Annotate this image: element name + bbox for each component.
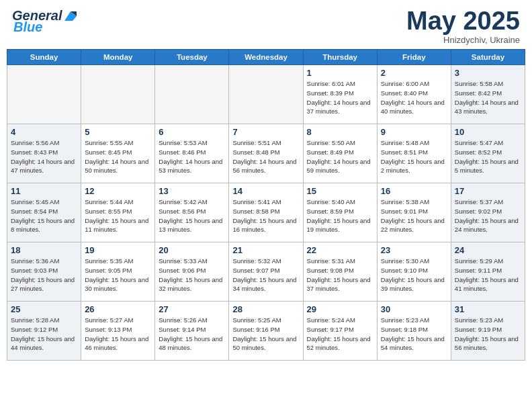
day-cell: 26Sunrise: 5:27 AMSunset: 9:13 PMDayligh… (81, 302, 155, 361)
day-cell: 10Sunrise: 5:47 AMSunset: 8:52 PMDayligh… (451, 124, 525, 183)
day-number: 27 (159, 304, 225, 314)
day-number: 30 (381, 304, 447, 314)
day-cell: 25Sunrise: 5:28 AMSunset: 9:12 PMDayligh… (7, 302, 81, 361)
day-info: Sunrise: 5:25 AMSunset: 9:16 PMDaylight:… (232, 316, 299, 353)
day-info: Sunrise: 5:45 AMSunset: 8:54 PMDaylight:… (11, 197, 77, 234)
day-info: Sunrise: 5:58 AMSunset: 8:42 PMDaylight:… (455, 79, 521, 116)
day-number: 8 (307, 127, 373, 137)
day-cell: 3Sunrise: 5:58 AMSunset: 8:42 PMDaylight… (451, 65, 525, 124)
day-number: 12 (85, 186, 151, 196)
day-number: 10 (455, 127, 521, 137)
day-number: 5 (85, 127, 151, 137)
day-info: Sunrise: 5:42 AMSunset: 8:56 PMDaylight:… (159, 197, 225, 234)
day-info: Sunrise: 5:37 AMSunset: 9:02 PMDaylight:… (455, 197, 521, 234)
day-cell: 15Sunrise: 5:40 AMSunset: 8:59 PMDayligh… (303, 183, 377, 242)
day-number: 26 (85, 304, 151, 314)
day-number: 31 (455, 304, 521, 314)
calendar-table: Sunday Monday Tuesday Wednesday Thursday… (7, 49, 525, 361)
day-number: 16 (381, 186, 447, 196)
day-info: Sunrise: 5:48 AMSunset: 8:51 PMDaylight:… (381, 138, 447, 175)
day-cell: 28Sunrise: 5:25 AMSunset: 9:16 PMDayligh… (229, 302, 303, 361)
location: Hnizdychiv, Ukraine (406, 35, 520, 45)
day-cell: 20Sunrise: 5:33 AMSunset: 9:06 PMDayligh… (155, 242, 229, 302)
day-number: 18 (11, 245, 77, 255)
day-cell: 31Sunrise: 5:23 AMSunset: 9:19 PMDayligh… (451, 302, 525, 361)
day-number: 1 (307, 68, 373, 78)
day-number: 11 (11, 186, 77, 196)
day-info: Sunrise: 5:28 AMSunset: 9:12 PMDaylight:… (11, 316, 77, 353)
day-number: 19 (85, 245, 151, 255)
day-cell: 18Sunrise: 5:36 AMSunset: 9:03 PMDayligh… (7, 242, 81, 302)
day-info: Sunrise: 5:44 AMSunset: 8:55 PMDaylight:… (85, 197, 151, 234)
week-row-5: 25Sunrise: 5:28 AMSunset: 9:12 PMDayligh… (7, 302, 525, 361)
day-cell: 2Sunrise: 6:00 AMSunset: 8:40 PMDaylight… (377, 65, 451, 124)
day-number: 29 (307, 304, 373, 314)
day-cell: 1Sunrise: 6:01 AMSunset: 8:39 PMDaylight… (303, 65, 377, 124)
day-info: Sunrise: 5:32 AMSunset: 9:07 PMDaylight:… (232, 257, 299, 293)
day-info: Sunrise: 5:38 AMSunset: 9:01 PMDaylight:… (381, 197, 447, 234)
week-row-1: 1Sunrise: 6:01 AMSunset: 8:39 PMDaylight… (7, 65, 525, 124)
day-number: 15 (307, 186, 373, 196)
day-cell: 23Sunrise: 5:30 AMSunset: 9:10 PMDayligh… (377, 242, 451, 302)
day-info: Sunrise: 5:33 AMSunset: 9:06 PMDaylight:… (159, 257, 225, 293)
day-info: Sunrise: 5:24 AMSunset: 9:17 PMDaylight:… (307, 316, 373, 353)
day-cell: 12Sunrise: 5:44 AMSunset: 8:55 PMDayligh… (81, 183, 155, 242)
week-row-3: 11Sunrise: 5:45 AMSunset: 8:54 PMDayligh… (7, 183, 525, 242)
day-number: 21 (232, 245, 299, 255)
day-cell: 19Sunrise: 5:35 AMSunset: 9:05 PMDayligh… (81, 242, 155, 302)
day-cell: 16Sunrise: 5:38 AMSunset: 9:01 PMDayligh… (377, 183, 451, 242)
day-cell: 4Sunrise: 5:56 AMSunset: 8:43 PMDaylight… (7, 124, 81, 183)
day-cell (229, 65, 303, 124)
day-cell: 8Sunrise: 5:50 AMSunset: 8:49 PMDaylight… (303, 124, 377, 183)
day-cell: 27Sunrise: 5:26 AMSunset: 9:14 PMDayligh… (155, 302, 229, 361)
day-cell: 13Sunrise: 5:42 AMSunset: 8:56 PMDayligh… (155, 183, 229, 242)
day-info: Sunrise: 5:51 AMSunset: 8:48 PMDaylight:… (232, 138, 299, 175)
day-info: Sunrise: 5:50 AMSunset: 8:49 PMDaylight:… (307, 138, 373, 175)
logo-icon (63, 9, 78, 24)
header-wednesday: Wednesday (229, 50, 303, 65)
header-thursday: Thursday (303, 50, 377, 65)
page-header: General Blue May 2025 Hnizdychiv, Ukrain… (0, 0, 532, 49)
day-number: 2 (381, 68, 447, 78)
logo: General Blue (12, 8, 78, 35)
day-number: 4 (11, 127, 77, 137)
day-info: Sunrise: 5:35 AMSunset: 9:05 PMDaylight:… (85, 257, 151, 293)
day-info: Sunrise: 5:40 AMSunset: 8:59 PMDaylight:… (307, 197, 373, 234)
day-info: Sunrise: 5:53 AMSunset: 8:46 PMDaylight:… (159, 138, 225, 175)
day-number: 6 (159, 127, 225, 137)
day-cell (81, 65, 155, 124)
header-sunday: Sunday (7, 50, 81, 65)
day-info: Sunrise: 6:01 AMSunset: 8:39 PMDaylight:… (307, 79, 373, 116)
day-cell: 30Sunrise: 5:23 AMSunset: 9:18 PMDayligh… (377, 302, 451, 361)
day-info: Sunrise: 5:47 AMSunset: 8:52 PMDaylight:… (455, 138, 521, 175)
day-info: Sunrise: 6:00 AMSunset: 8:40 PMDaylight:… (381, 79, 447, 116)
month-title: May 2025 (406, 8, 520, 34)
day-info: Sunrise: 5:41 AMSunset: 8:58 PMDaylight:… (232, 197, 299, 234)
day-cell: 5Sunrise: 5:55 AMSunset: 8:45 PMDaylight… (81, 124, 155, 183)
day-number: 25 (11, 304, 77, 314)
day-number: 17 (455, 186, 521, 196)
day-number: 22 (307, 245, 373, 255)
day-info: Sunrise: 5:30 AMSunset: 9:10 PMDaylight:… (381, 257, 447, 293)
logo-blue: Blue (13, 19, 42, 35)
day-cell: 14Sunrise: 5:41 AMSunset: 8:58 PMDayligh… (229, 183, 303, 242)
week-row-4: 18Sunrise: 5:36 AMSunset: 9:03 PMDayligh… (7, 242, 525, 302)
day-cell: 11Sunrise: 5:45 AMSunset: 8:54 PMDayligh… (7, 183, 81, 242)
day-info: Sunrise: 5:56 AMSunset: 8:43 PMDaylight:… (11, 138, 77, 175)
day-cell (155, 65, 229, 124)
day-cell: 6Sunrise: 5:53 AMSunset: 8:46 PMDaylight… (155, 124, 229, 183)
day-number: 3 (455, 68, 521, 78)
day-cell: 17Sunrise: 5:37 AMSunset: 9:02 PMDayligh… (451, 183, 525, 242)
header-saturday: Saturday (451, 50, 525, 65)
day-info: Sunrise: 5:29 AMSunset: 9:11 PMDaylight:… (455, 257, 521, 293)
day-info: Sunrise: 5:23 AMSunset: 9:18 PMDaylight:… (381, 316, 447, 353)
title-section: May 2025 Hnizdychiv, Ukraine (406, 8, 520, 45)
day-number: 9 (381, 127, 447, 137)
day-cell (7, 65, 81, 124)
day-cell: 21Sunrise: 5:32 AMSunset: 9:07 PMDayligh… (229, 242, 303, 302)
day-info: Sunrise: 5:23 AMSunset: 9:19 PMDaylight:… (455, 316, 521, 353)
day-cell: 24Sunrise: 5:29 AMSunset: 9:11 PMDayligh… (451, 242, 525, 302)
day-cell: 7Sunrise: 5:51 AMSunset: 8:48 PMDaylight… (229, 124, 303, 183)
day-cell: 29Sunrise: 5:24 AMSunset: 9:17 PMDayligh… (303, 302, 377, 361)
day-header-row: Sunday Monday Tuesday Wednesday Thursday… (7, 50, 525, 65)
